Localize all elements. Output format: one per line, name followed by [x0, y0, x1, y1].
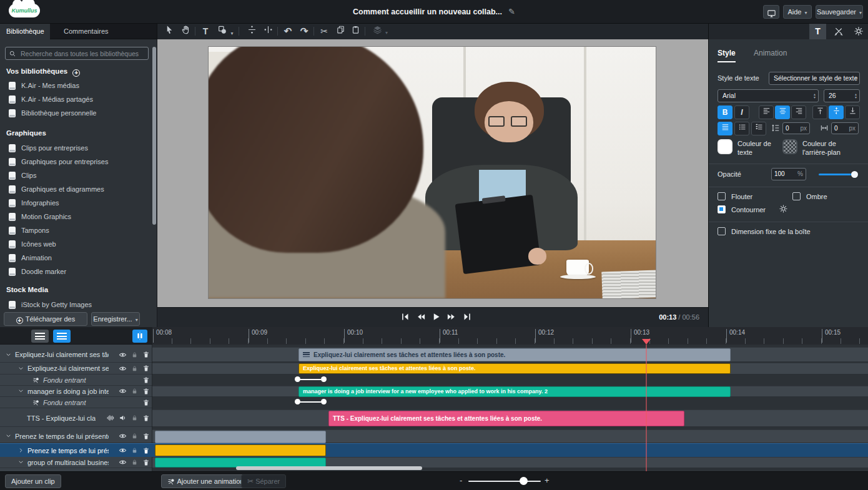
trash-icon[interactable] [142, 447, 150, 454]
clip-navigator-button[interactable] [132, 330, 147, 343]
eye-icon[interactable] [119, 446, 127, 454]
letter-spacing-input[interactable]: 0px [831, 122, 859, 134]
library-item[interactable]: Bibliothèque personnelle [9, 109, 146, 122]
playhead-marker[interactable] [642, 339, 651, 345]
panel-tools-icon[interactable] [830, 24, 847, 39]
chevron-right-icon[interactable] [17, 447, 24, 454]
outline-settings-gear-icon[interactable] [779, 204, 788, 213]
tab-comments[interactable]: Commentaires [57, 24, 115, 39]
zoom-slider-track[interactable] [468, 481, 541, 482]
clip-subtitle[interactable]: Expliquez-lui clairement ses tâches et a… [298, 348, 731, 361]
opacity-slider-knob[interactable] [851, 171, 858, 178]
spinner-arrows-icon[interactable]: ▴▾ [814, 90, 816, 102]
lock-icon[interactable] [131, 388, 138, 394]
add-library-icon[interactable]: + [72, 69, 80, 77]
tab-animation[interactable]: Animation [754, 49, 787, 57]
track-row-animation[interactable]: Fondu entrant [0, 375, 152, 386]
font-family-select[interactable]: Arial▴▾ [718, 89, 819, 102]
skip-end-button[interactable] [461, 312, 473, 323]
fade-in-handle[interactable] [295, 376, 327, 382]
preview-monitor-button[interactable] [763, 5, 779, 19]
timeline-horizontal-scrollbar[interactable] [236, 466, 422, 470]
spinner-arrows-icon[interactable]: ▴▾ [855, 90, 857, 102]
undo-button[interactable]: ↶ [281, 25, 295, 37]
chevron-down-icon[interactable] [5, 433, 12, 439]
bold-button[interactable]: B [718, 105, 732, 119]
clip-text[interactable]: Expliquez-lui clairement ses tâches et a… [298, 363, 731, 374]
zoom-in-plus[interactable]: + [545, 476, 550, 485]
library-item[interactable]: Icônes web [9, 240, 146, 253]
trash-icon[interactable] [142, 388, 150, 395]
panel-settings-gear-icon[interactable] [850, 24, 867, 39]
lock-icon[interactable] [131, 433, 138, 439]
help-button[interactable]: Aide▾ [783, 5, 812, 19]
sidebar-scrollbar[interactable] [152, 47, 156, 225]
trash-icon[interactable] [142, 414, 150, 422]
chevron-down-icon[interactable] [5, 351, 12, 358]
eye-icon[interactable] [119, 351, 127, 359]
eye-icon[interactable] [119, 432, 127, 440]
distribute-vertical-tool[interactable] [245, 25, 259, 37]
edit-title-icon[interactable]: ✎ [508, 7, 515, 16]
align-right-button[interactable] [791, 105, 806, 119]
trash-icon[interactable] [142, 365, 150, 372]
valign-top-button[interactable] [812, 105, 827, 119]
track-row-tts[interactable]: TTS - Expliquez-lui clairement... [0, 409, 152, 427]
track-row-animation[interactable]: Fondu entrant [0, 397, 152, 408]
fast-forward-button[interactable] [445, 312, 457, 323]
trash-icon[interactable] [142, 433, 150, 440]
add-clip-button[interactable]: Ajouter un clip [5, 474, 61, 488]
fade-in-handle[interactable] [295, 399, 327, 404]
clip-video[interactable]: manager is doing a job interview for a n… [298, 386, 731, 397]
redo-button[interactable]: ↷ [297, 25, 311, 37]
shapes-tool[interactable]: ▾ [215, 25, 236, 37]
library-item[interactable]: Clips [9, 172, 146, 184]
track-row[interactable]: Expliquez-lui clairement ses tâc... [0, 363, 152, 375]
trash-icon[interactable] [142, 351, 150, 358]
timeline-view-compact-button[interactable] [31, 330, 49, 343]
library-item[interactable]: Graphiques et diagrammes [9, 185, 146, 198]
library-item[interactable]: Animation [9, 254, 146, 267]
numbered-list-button[interactable] [751, 122, 766, 135]
paste-button[interactable] [348, 25, 362, 37]
chevron-down-icon[interactable] [17, 388, 24, 394]
library-item[interactable]: K.Air - Médias partagés [9, 96, 146, 108]
library-item[interactable]: Motion Graphics [9, 213, 146, 225]
track-row[interactable]: manager is doing a job intervie... [0, 386, 152, 397]
timeline-view-expanded-button[interactable] [53, 330, 71, 343]
track-row[interactable]: Prenez le temps de lui présenter l'é... [0, 429, 152, 443]
speaker-icon[interactable] [119, 414, 127, 422]
library-item[interactable]: iStock by Getty Images [9, 301, 146, 313]
track-row[interactable]: group of multiracial business co... [0, 457, 152, 468]
lock-icon[interactable] [131, 459, 138, 466]
timeline-ruler[interactable]: 00:08 00:09 00:10 00:11 00:12 00:13 00:1… [152, 327, 868, 345]
justify-button[interactable] [718, 122, 732, 135]
background-color-swatch[interactable] [782, 139, 797, 154]
trash-icon[interactable] [142, 376, 150, 384]
library-search[interactable] [5, 47, 149, 60]
blur-checkbox[interactable] [718, 192, 726, 200]
video-preview[interactable] [208, 46, 656, 299]
clip-tts[interactable]: TTS - Expliquez-lui clairement ses tâche… [328, 411, 684, 426]
trash-icon[interactable] [142, 459, 150, 466]
stage-canvas[interactable] [157, 39, 708, 307]
library-item[interactable]: Tampons [9, 227, 146, 239]
track-row-selected[interactable]: Prenez le temps de lui présenter... [0, 444, 152, 457]
skip-start-button[interactable] [398, 312, 411, 323]
opacity-slider[interactable] [819, 174, 855, 175]
italic-button[interactable]: I [734, 105, 749, 119]
eye-icon[interactable] [119, 458, 127, 466]
save-button[interactable]: Sauvegarder▾ [816, 5, 863, 19]
shadow-checkbox[interactable] [792, 192, 801, 200]
outline-checkbox[interactable] [718, 205, 726, 213]
library-item[interactable]: K.Air - Mes médias [9, 82, 146, 94]
bullet-list-button[interactable] [734, 122, 749, 135]
cut-button[interactable]: ✂ [317, 25, 331, 37]
pan-hand-tool[interactable] [179, 25, 192, 37]
chevron-down-icon[interactable] [17, 365, 24, 372]
text-color-swatch[interactable] [718, 139, 732, 154]
text-style-select[interactable]: Sélectionner le style de texte▴▾ [769, 72, 860, 85]
record-button[interactable]: Enregistrer...▾ [91, 312, 140, 326]
search-input[interactable] [19, 48, 144, 59]
lock-icon[interactable] [131, 447, 138, 454]
